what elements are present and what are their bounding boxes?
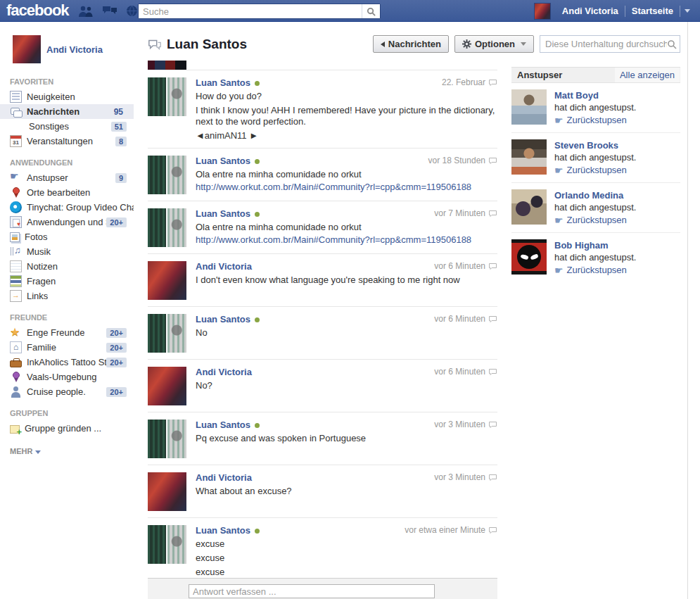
- comment-icon[interactable]: [488, 474, 497, 481]
- poker-name[interactable]: Bob Higham: [554, 240, 636, 251]
- avatar[interactable]: [13, 35, 41, 63]
- sender-name[interactable]: Luan Santos: [196, 208, 250, 219]
- sender-name[interactable]: Luan Santos: [196, 420, 250, 430]
- sidebar-item-cruise-people[interactable]: Cruise people. 20+: [0, 384, 134, 399]
- sidebar-item-vaals-umgebung[interactable]: Vaals-Umgebung: [0, 370, 134, 384]
- profile-name[interactable]: Andi Victoria: [46, 44, 103, 55]
- sidebar-item-veranstaltungen[interactable]: Veranstaltungen 8: [0, 134, 134, 149]
- comment-icon[interactable]: [488, 421, 497, 429]
- poke-back-button[interactable]: ☛ Zurückstupsen: [554, 115, 636, 125]
- sender-name[interactable]: Andi Victoria: [196, 367, 252, 377]
- avatar[interactable]: [148, 208, 186, 247]
- global-search-input[interactable]: [139, 4, 362, 18]
- comment-icon[interactable]: [488, 263, 497, 270]
- sidebar-item-anwendungen[interactable]: Anwendungen und S... 20+: [0, 215, 134, 229]
- options-button[interactable]: Optionen: [454, 35, 534, 53]
- sidebar-item-anstupser[interactable]: Anstupser 9: [0, 170, 134, 185]
- sidebar-item-fotos[interactable]: Fotos: [0, 229, 134, 244]
- section-title-anwendungen: ANWENDUNGEN: [0, 158, 134, 167]
- comment-icon[interactable]: [488, 157, 497, 165]
- poke-back-button[interactable]: ☛ Zurückstupsen: [554, 165, 636, 175]
- message-text: No: [196, 327, 497, 339]
- avatar[interactable]: [148, 61, 186, 70]
- avatar[interactable]: [148, 156, 186, 194]
- friend-requests-icon[interactable]: [77, 6, 94, 19]
- avatar[interactable]: [148, 367, 186, 405]
- poke-item: Steven Brooks hat dich angestupst. ☛ Zur…: [511, 133, 680, 183]
- avatar[interactable]: [148, 525, 186, 564]
- sender-name[interactable]: Luan Santos: [196, 314, 250, 324]
- topbar-account-area: Andi Victoria Startseite: [534, 0, 694, 22]
- online-indicator: [255, 317, 260, 322]
- sidebar-item-gruppe-gruenden[interactable]: Gruppe gründen ...: [0, 421, 134, 436]
- notifications-icon[interactable]: [126, 5, 138, 19]
- poker-name[interactable]: Matt Boyd: [554, 90, 636, 101]
- message-link[interactable]: http://www.orkut.com.br/Main#Community?r…: [196, 234, 497, 246]
- poker-name[interactable]: Steven Brooks: [554, 140, 636, 151]
- sidebar-item-enge-freunde[interactable]: Enge Freunde 20+: [0, 325, 134, 340]
- sidebar-item-links[interactable]: Links: [0, 289, 134, 303]
- see-all-link[interactable]: Alle anzeigen: [615, 68, 680, 82]
- sidebar-item-tinychat[interactable]: Tinychat: Group Video Chat: [0, 200, 134, 215]
- sender-name[interactable]: Luan Santos: [196, 77, 250, 88]
- avatar[interactable]: [511, 189, 547, 225]
- conversation-icon: [148, 39, 162, 51]
- comment-icon[interactable]: [488, 368, 497, 376]
- profile-link[interactable]: Andi Victoria: [556, 6, 625, 16]
- sidebar-item-musik[interactable]: Musik: [0, 244, 134, 259]
- poker-name[interactable]: Orlando Medina: [554, 190, 636, 201]
- search-button[interactable]: [362, 4, 380, 18]
- sidebar-item-fragen[interactable]: Fragen: [0, 274, 134, 289]
- messages-icon[interactable]: [102, 6, 117, 18]
- more-link[interactable]: MEHR: [0, 447, 134, 455]
- sender-name[interactable]: Andi Victoria: [196, 261, 252, 272]
- poke-icon: [10, 172, 22, 184]
- comment-icon[interactable]: [488, 210, 497, 217]
- avatar[interactable]: [534, 3, 551, 20]
- avatar[interactable]: [148, 472, 186, 511]
- poke-item: Orlando Medina hat dich angestupst. ☛ Zu…: [511, 183, 680, 233]
- poke-icon: ☛: [554, 167, 564, 174]
- sidebar-item-nachrichten[interactable]: Nachrichten 95: [0, 104, 134, 119]
- message-text: How do you do?: [196, 91, 497, 102]
- comment-icon[interactable]: [488, 79, 497, 87]
- avatar[interactable]: [148, 314, 186, 353]
- sidebar-item-familie[interactable]: Familie 20+: [0, 340, 134, 355]
- conversation-search-input[interactable]: [545, 39, 667, 49]
- sidebar-item-inkaholics[interactable]: InkAholics Tattoo St... 20+: [0, 355, 134, 370]
- chevron-down-icon[interactable]: [685, 9, 690, 13]
- links-icon: [10, 290, 22, 302]
- search-icon[interactable]: [667, 39, 677, 49]
- sidebar-profile[interactable]: Andi Victoria: [0, 35, 134, 63]
- sender-name[interactable]: Andi Victoria: [196, 472, 252, 483]
- sidebar-item-neuigkeiten[interactable]: Neuigkeiten: [0, 89, 134, 104]
- comment-icon[interactable]: [488, 315, 497, 323]
- avatar[interactable]: [511, 139, 547, 175]
- poke-back-button[interactable]: ☛ Zurückstupsen: [554, 215, 636, 225]
- message-text: No?: [196, 380, 497, 391]
- avatar[interactable]: [148, 420, 186, 458]
- facebook-logo[interactable]: facebook: [6, 1, 69, 20]
- tinychat-icon: [10, 201, 22, 213]
- poke-back-button[interactable]: ☛ Zurückstupsen: [554, 265, 636, 275]
- sender-name[interactable]: Luan Santos: [196, 525, 250, 536]
- questions-icon: [10, 275, 22, 287]
- reply-input[interactable]: [189, 584, 435, 598]
- message-link[interactable]: http://www.orkut.com.br/Main#Community?r…: [196, 182, 497, 193]
- avatar[interactable]: [148, 77, 186, 116]
- sender-name[interactable]: Luan Santos: [196, 156, 250, 166]
- poke-action-text: hat dich angestupst.: [554, 102, 636, 113]
- avatar[interactable]: [511, 239, 547, 275]
- poke-action-text: hat dich angestupst.: [554, 252, 636, 263]
- avatar[interactable]: [511, 89, 547, 125]
- back-to-messages-button[interactable]: Nachrichten: [373, 35, 449, 53]
- sidebar-item-sonstiges[interactable]: Sonstiges 51: [0, 119, 134, 134]
- sidebar-item-orte-bearbeiten[interactable]: Orte bearbeiten: [0, 185, 134, 200]
- count-badge: 9: [115, 173, 127, 183]
- timestamp: vor 6 Minuten: [434, 314, 497, 324]
- comment-icon[interactable]: [488, 527, 497, 534]
- home-link[interactable]: Startseite: [625, 6, 680, 16]
- sidebar-item-notizen[interactable]: Notizen: [0, 259, 134, 274]
- avatar[interactable]: [148, 261, 186, 300]
- poke-icon: ☛: [554, 217, 564, 224]
